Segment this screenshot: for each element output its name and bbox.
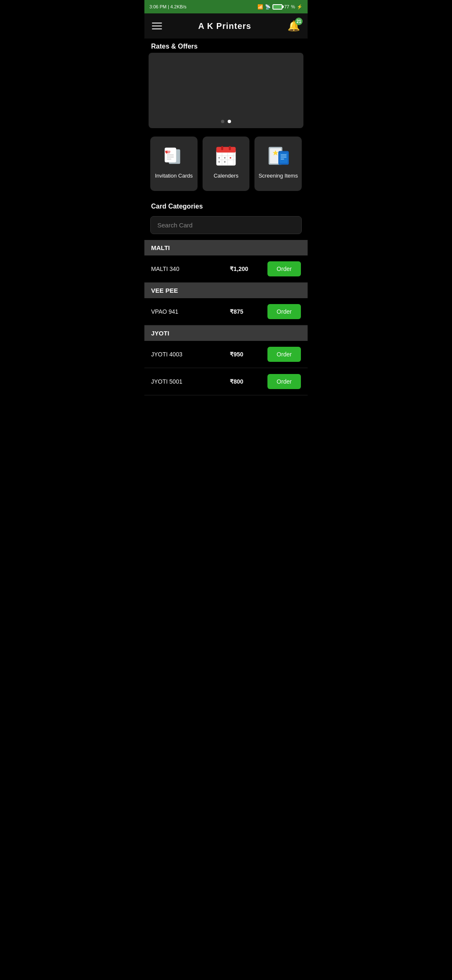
- item-price: ₹800: [230, 378, 263, 385]
- carousel-dot-2[interactable]: [228, 120, 231, 123]
- hamburger-menu[interactable]: [152, 23, 162, 29]
- svg-rect-7: [221, 146, 223, 150]
- svg-point-17: [218, 161, 220, 163]
- status-time: 3:06 PM | 4.2KB/s: [149, 4, 186, 9]
- order-button[interactable]: Order: [267, 347, 301, 362]
- item-price: ₹950: [230, 351, 263, 358]
- signal-icon: 📶: [257, 4, 263, 10]
- category-screening-items[interactable]: Screening Items: [254, 137, 302, 191]
- header: A K Printers 🔔 21: [144, 13, 308, 39]
- svg-point-16: [230, 157, 231, 159]
- bottom-spacer: [144, 395, 308, 404]
- status-right: 📶 📡 77% ⚡: [257, 4, 303, 10]
- order-button[interactable]: Order: [267, 261, 301, 276]
- section-jyoti: JYOTI: [144, 325, 308, 341]
- item-price: ₹1,200: [230, 266, 263, 272]
- card-categories-label: Card Categories: [144, 199, 308, 210]
- svg-rect-8: [229, 146, 231, 150]
- item-name: JYOTI 4003: [151, 351, 226, 358]
- table-row: JYOTI 5001 ₹800 Order: [144, 368, 308, 395]
- notification-button[interactable]: 🔔 21: [288, 20, 300, 32]
- carousel-dot-1[interactable]: [221, 120, 224, 123]
- invitation-cards-icon: [161, 143, 186, 168]
- table-row: VPAO 941 ₹875 Order: [144, 298, 308, 325]
- item-name: VPAO 941: [151, 308, 226, 315]
- svg-point-18: [224, 161, 226, 163]
- section-malti: MALTI: [144, 240, 308, 255]
- battery-icon: [272, 4, 282, 10]
- charge-icon: ⚡: [297, 4, 303, 10]
- invitation-cards-label: Invitation Cards: [155, 173, 193, 180]
- svg-point-14: [218, 157, 220, 159]
- order-button[interactable]: Order: [267, 304, 301, 319]
- carousel[interactable]: [149, 53, 303, 128]
- status-bar: 3:06 PM | 4.2KB/s 📶 📡 77% ⚡: [144, 0, 308, 13]
- table-row: JYOTI 4003 ₹950 Order: [144, 341, 308, 368]
- section-vee-pee: VEE PEE: [144, 283, 308, 298]
- svg-rect-23: [280, 152, 288, 163]
- category-invitation-cards[interactable]: Invitation Cards: [150, 137, 198, 191]
- table-row: MALTI 340 ₹1,200 Order: [144, 255, 308, 283]
- item-name: MALTI 340: [151, 266, 226, 272]
- carousel-dots: [221, 120, 231, 123]
- category-grid: Invitation Cards: [144, 128, 308, 199]
- battery-percent: 77: [284, 4, 289, 9]
- notification-badge: 21: [295, 18, 303, 25]
- calenders-label: Calenders: [213, 173, 238, 180]
- search-card-input[interactable]: Search Card: [150, 216, 302, 234]
- category-calenders[interactable]: Calenders: [203, 137, 250, 191]
- app-title: A K Printers: [198, 21, 252, 31]
- screening-items-label: Screening Items: [259, 173, 298, 180]
- item-price: ₹875: [230, 308, 263, 315]
- screening-items-icon: [266, 143, 291, 168]
- svg-point-15: [224, 157, 226, 159]
- rates-offers-label: Rates & Offers: [144, 39, 308, 53]
- svg-rect-6: [216, 147, 236, 153]
- search-placeholder: Search Card: [157, 222, 193, 229]
- order-button[interactable]: Order: [267, 374, 301, 389]
- calenders-icon: [213, 143, 239, 168]
- wifi-icon: 📡: [265, 4, 271, 10]
- item-name: JYOTI 5001: [151, 378, 226, 385]
